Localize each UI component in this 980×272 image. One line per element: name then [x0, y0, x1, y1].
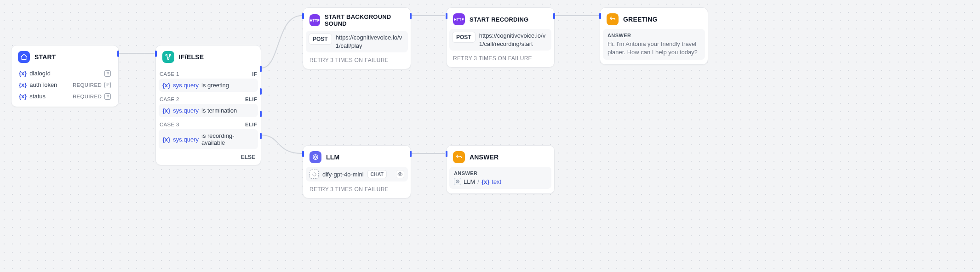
node-greeting[interactable]: GREETING ANSWER Hi. I'm Antonia your fri…: [600, 7, 708, 65]
var-brace-icon: {x}: [481, 178, 489, 185]
case-condition[interactable]: {x}sys.query is termination: [159, 104, 258, 117]
http-method: POST: [309, 34, 332, 45]
port-in[interactable]: [446, 151, 447, 157]
node-header: GREETING: [600, 8, 708, 29]
node-ifelse[interactable]: IF/ELSE CASE 1IF {x}sys.query is greetin…: [155, 45, 261, 165]
http-request[interactable]: POST https://cognitivevoice.io/v1/call/p…: [306, 31, 408, 52]
port-in[interactable]: [155, 51, 157, 57]
model-name: dify-gpt-4o-mini: [322, 171, 364, 178]
node-header: LLM: [303, 146, 411, 167]
node-llm[interactable]: LLM dify-gpt-4o-mini CHAT RETRY 3 TIMES …: [303, 145, 411, 198]
node-title: GREETING: [623, 16, 658, 23]
var-row[interactable]: {x}authToken REQUIRED: [16, 79, 114, 91]
case-header: CASE 1IF: [156, 68, 261, 79]
case-header: CASE 2ELIF: [156, 93, 261, 104]
svg-point-8: [456, 180, 459, 183]
llm-icon: [309, 151, 321, 163]
var-tag: REQUIRED: [73, 82, 102, 88]
answer-block[interactable]: ANSWER Hi. I'm Antonia your friendly tra…: [603, 29, 705, 60]
ref-node-icon: [454, 178, 461, 185]
text-type-icon: [104, 70, 111, 77]
var-tag: REQUIRED: [73, 94, 102, 99]
ref-slash: /: [477, 178, 479, 185]
http-url: https://cognitivevoice.io/v1/call/play: [336, 34, 405, 50]
svg-point-6: [400, 174, 401, 175]
node-header: HTTP START BACKGROUND SOUND: [303, 8, 411, 31]
home-icon: [18, 51, 30, 63]
var-brace-icon: {x}: [19, 81, 27, 88]
var-brace-icon: {x}: [162, 82, 170, 89]
ref-var-name: text: [492, 178, 501, 185]
node-recording[interactable]: HTTP START RECORDING POST https://cognit…: [446, 7, 555, 68]
var-row[interactable]: {x}status REQUIRED: [16, 91, 114, 102]
svg-point-3: [315, 156, 317, 159]
retry-label: RETRY 3 TIMES ON FAILURE: [447, 51, 554, 67]
var-brace-icon: {x}: [19, 93, 27, 100]
port-in[interactable]: [599, 13, 601, 19]
svg-point-7: [457, 181, 458, 182]
node-title: IF/ELSE: [179, 53, 204, 61]
port-out[interactable]: [117, 51, 119, 57]
ifelse-body: CASE 1IF {x}sys.query is greeting CASE 2…: [156, 68, 261, 165]
port-out[interactable]: [410, 151, 412, 157]
retry-label: RETRY 3 TIMES ON FAILURE: [303, 52, 411, 69]
node-start[interactable]: START {x}dialogId {x}authToken REQUIRED …: [11, 45, 119, 107]
start-vars: {x}dialogId {x}authToken REQUIRED {x}sta…: [11, 68, 118, 107]
node-header: IF/ELSE: [156, 45, 261, 68]
retry-label: RETRY 3 TIMES ON FAILURE: [303, 181, 411, 198]
answer-block[interactable]: ANSWER LLM / {x} text: [449, 167, 551, 189]
paragraph-type-icon: [104, 82, 111, 88]
answer-reference: LLM / {x} text: [454, 178, 547, 185]
http-icon: HTTP: [453, 13, 465, 25]
model-mode-chip: CHAT: [367, 170, 387, 178]
port-out-case2[interactable]: [260, 88, 262, 95]
var-name: authToken: [29, 81, 57, 88]
http-method: POST: [452, 32, 476, 43]
node-header: START: [11, 45, 118, 68]
answer-heading: ANSWER: [607, 33, 700, 38]
port-out-case3[interactable]: [260, 111, 262, 117]
var-brace-icon: {x}: [162, 107, 170, 114]
var-row[interactable]: {x}dialogId: [16, 68, 114, 79]
visibility-toggle[interactable]: [396, 170, 404, 178]
port-in[interactable]: [446, 13, 447, 19]
port-out[interactable]: [553, 13, 555, 19]
port-out-case1[interactable]: [260, 66, 262, 72]
case-condition[interactable]: {x}sys.query is greeting: [159, 79, 258, 92]
var-brace-icon: {x}: [162, 136, 170, 143]
reply-icon: [607, 13, 619, 25]
case-condition[interactable]: {x}sys.query is recording-available: [159, 129, 258, 149]
http-request[interactable]: POST https://cognitivevoice.io/v1/call/r…: [449, 29, 551, 51]
node-title: ANSWER: [470, 153, 499, 161]
node-header: ANSWER: [447, 146, 554, 167]
model-provider-icon: [309, 170, 319, 179]
http-icon: HTTP: [309, 14, 320, 26]
http-url: https://cognitivevoice.io/v1/call/record…: [479, 32, 549, 48]
answer-heading: ANSWER: [454, 170, 547, 176]
node-title: START RECORDING: [470, 16, 528, 23]
node-answer[interactable]: ANSWER ANSWER LLM / {x} text: [446, 145, 555, 194]
node-title: LLM: [326, 153, 339, 161]
node-header: HTTP START RECORDING: [447, 8, 554, 29]
var-name: status: [29, 93, 46, 100]
llm-model-row[interactable]: dify-gpt-4o-mini CHAT: [306, 167, 408, 181]
port-in[interactable]: [302, 13, 304, 19]
var-brace-icon: {x}: [19, 70, 27, 77]
else-row: ELSE: [156, 150, 261, 165]
node-title: START: [34, 53, 56, 61]
var-name: dialogId: [29, 70, 51, 77]
ref-node-name: LLM: [464, 178, 475, 185]
svg-point-5: [312, 172, 315, 176]
port-in[interactable]: [302, 151, 304, 157]
answer-text: Hi. I'm Antonia your friendly travel pla…: [607, 40, 700, 56]
reply-icon: [453, 151, 465, 163]
port-out-else[interactable]: [260, 133, 262, 139]
text-type-icon: [104, 93, 111, 100]
branch-icon: [162, 51, 174, 63]
case-header: CASE 3ELIF: [156, 118, 261, 129]
node-title: START BACKGROUND SOUND: [325, 13, 404, 27]
port-out[interactable]: [410, 13, 412, 19]
node-bgsound[interactable]: HTTP START BACKGROUND SOUND POST https:/…: [303, 7, 411, 69]
